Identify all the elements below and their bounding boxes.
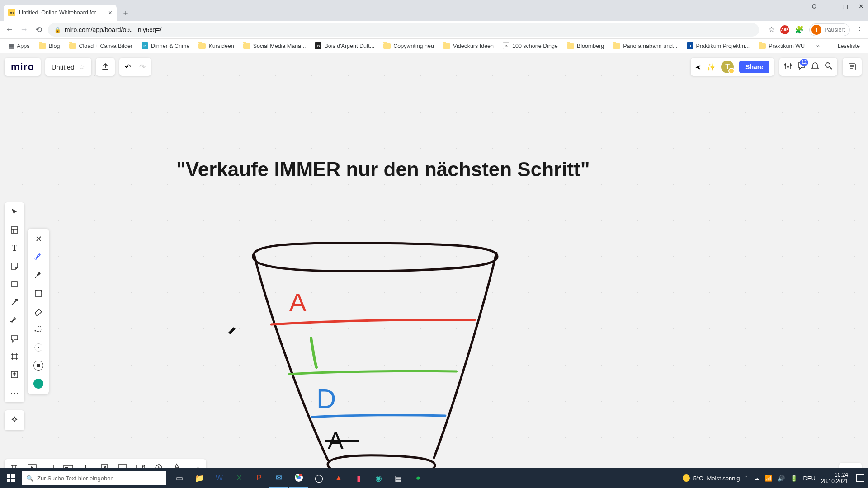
extensions-icon[interactable]: 🧩: [795, 25, 804, 34]
funnel-letter-a1: A: [289, 288, 307, 316]
file-explorer-icon[interactable]: 📁: [190, 468, 209, 488]
bookmark-item[interactable]: Praktikum WU: [755, 41, 808, 51]
bookmark-item[interactable]: Cload + Canva Bilder: [66, 41, 136, 51]
tray-chevron-icon[interactable]: ˄: [745, 475, 748, 482]
onedrive-icon[interactable]: ☁: [754, 475, 760, 482]
lock-icon: 🔒: [54, 27, 61, 33]
reload-button[interactable]: ⟲: [33, 25, 43, 35]
reading-list-button[interactable]: Leseliste: [825, 41, 863, 51]
brave-icon[interactable]: ▲: [329, 468, 348, 488]
bookmark-item[interactable]: DBois d'Argent Duft...: [311, 41, 378, 51]
adobe-icon[interactable]: ▮: [349, 468, 368, 488]
taskbar-clock[interactable]: 10:24 28.10.2021: [821, 472, 848, 484]
powerpoint-icon[interactable]: P: [250, 468, 269, 488]
notepad-icon[interactable]: ▤: [389, 468, 408, 488]
taskbar-search[interactable]: 🔍 Zur Suche Text hier eingeben: [22, 471, 166, 485]
pen-cursor-icon: [228, 327, 236, 334]
reading-list-icon: [829, 43, 835, 49]
funnel-letter-i: [311, 338, 316, 367]
profile-chip[interactable]: T Pausiert: [809, 23, 850, 36]
apps-shortcut[interactable]: ▦Apps: [5, 41, 33, 52]
volume-icon[interactable]: 🔊: [778, 475, 785, 482]
window-controls: ― ▢ ✕: [812, 3, 865, 10]
chrome-menu-icon[interactable]: ⋮: [855, 25, 863, 35]
account-dot-icon[interactable]: [812, 4, 816, 9]
mail-icon[interactable]: ✉: [269, 468, 288, 488]
obs-icon[interactable]: ◯: [309, 468, 328, 488]
bookmark-item[interactable]: Videokurs Ideen: [439, 41, 497, 51]
close-window-icon[interactable]: ✕: [857, 3, 865, 10]
bookmark-item[interactable]: B100 schöne Dinge: [499, 41, 561, 51]
taskbar-weather[interactable]: 5°C Meist sonnig: [683, 474, 740, 482]
bookmark-item[interactable]: Social Media Mana...: [240, 41, 310, 51]
bookmark-star-icon[interactable]: ☆: [768, 25, 775, 34]
action-center-icon[interactable]: [856, 474, 864, 482]
edge-icon[interactable]: ◉: [369, 468, 388, 488]
url-text: miro.com/app/board/o9J_lnly6xg=/: [65, 26, 161, 33]
bookmark-item[interactable]: Panoramabahn und...: [609, 41, 681, 51]
bookmarks-overflow-icon[interactable]: »: [813, 43, 823, 49]
minimize-icon[interactable]: ―: [825, 3, 833, 10]
profile-status: Pausiert: [824, 27, 845, 33]
address-bar: ← → ⟲ 🔒 miro.com/app/board/o9J_lnly6xg=/…: [0, 21, 868, 39]
forward-button: →: [19, 25, 29, 35]
profile-avatar: T: [811, 25, 821, 35]
excel-icon[interactable]: X: [230, 468, 249, 488]
battery-icon[interactable]: 🔋: [790, 475, 797, 482]
bookmark-item[interactable]: Kursideen: [195, 41, 237, 51]
tab-title: Untitled, Online Whiteboard for: [19, 9, 96, 16]
windows-taskbar: 🔍 Zur Suche Text hier eingeben ▭ 📁 W X P…: [0, 468, 868, 488]
search-placeholder: Zur Suche Text hier eingeben: [37, 475, 114, 482]
canvas-drawing[interactable]: A D A: [0, 53, 868, 483]
sun-icon: [683, 474, 690, 482]
browser-tab-strip: m Untitled, Online Whiteboard for × ＋ ― …: [0, 0, 868, 21]
back-button[interactable]: ←: [5, 25, 14, 35]
funnel-letter-d: D: [316, 384, 336, 414]
miro-app: miro Untitled ☆ ↶ ↷ ➤ ✨ T Share 12: [0, 53, 868, 483]
chrome-icon[interactable]: [289, 468, 308, 488]
new-tab-button[interactable]: ＋: [119, 6, 132, 19]
bookmark-item[interactable]: Copywriting neu: [380, 41, 438, 51]
spotify-icon[interactable]: ●: [409, 468, 428, 488]
bookmarks-bar: ▦Apps Blog Cload + Canva Bilder DDinner …: [0, 39, 868, 53]
bookmark-item[interactable]: DDinner & Crime: [138, 41, 193, 51]
url-field[interactable]: 🔒 miro.com/app/board/o9J_lnly6xg=/: [48, 23, 759, 37]
close-tab-icon[interactable]: ×: [108, 9, 112, 16]
start-button[interactable]: [0, 468, 22, 488]
system-tray: 5°C Meist sonnig ˄ ☁ 📶 🔊 🔋 DEU 10:24 28.…: [683, 472, 868, 484]
task-view-icon[interactable]: ▭: [170, 468, 189, 488]
bookmark-item[interactable]: JPraktikum Projektm...: [683, 41, 754, 51]
bookmark-item[interactable]: Blog: [35, 41, 64, 51]
language-indicator[interactable]: DEU: [803, 475, 815, 482]
miro-favicon: m: [8, 9, 15, 16]
word-icon[interactable]: W: [210, 468, 229, 488]
maximize-icon[interactable]: ▢: [841, 3, 849, 10]
abp-extension-icon[interactable]: ABP: [780, 25, 789, 34]
wifi-icon[interactable]: 📶: [765, 475, 772, 482]
search-icon: 🔍: [26, 475, 33, 482]
browser-tab[interactable]: m Untitled, Online Whiteboard for ×: [4, 5, 117, 21]
bookmark-item[interactable]: Bloomberg: [563, 41, 608, 51]
